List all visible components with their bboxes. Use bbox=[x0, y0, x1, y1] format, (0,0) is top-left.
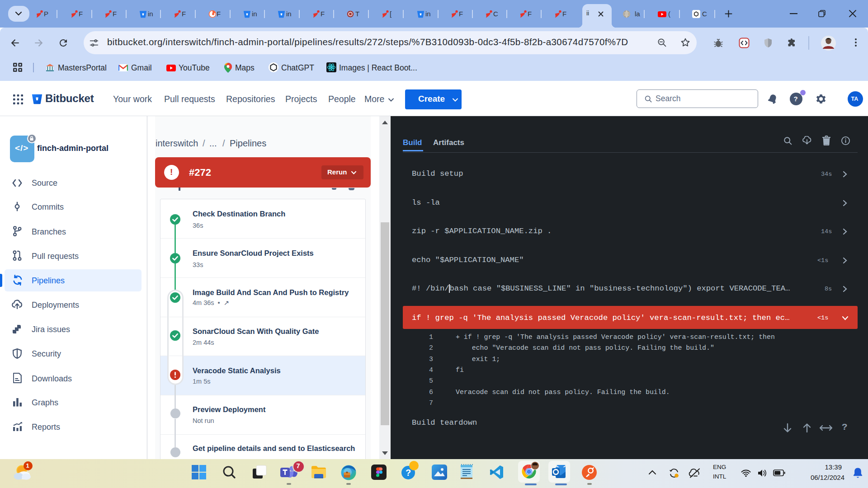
svg-text:?: ? bbox=[406, 468, 411, 478]
